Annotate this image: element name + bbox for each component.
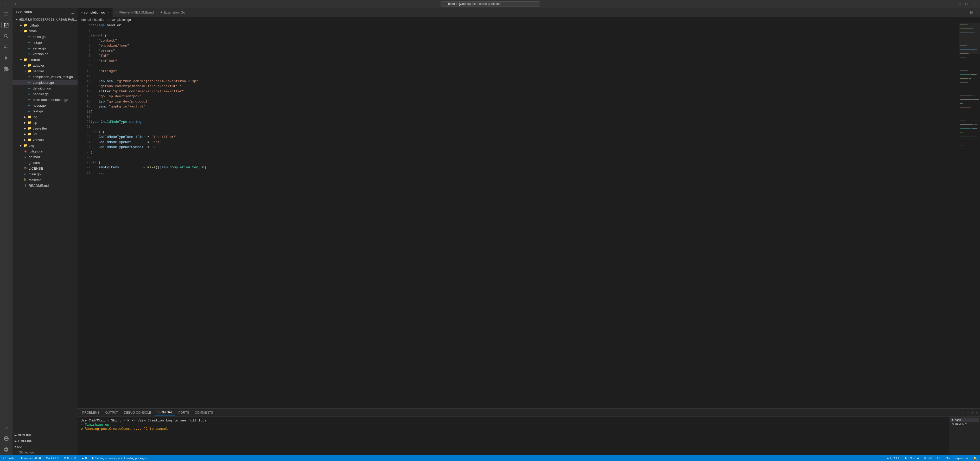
remote-activity-icon[interactable]: ○ (1, 423, 11, 433)
sidebar-item-definition-go[interactable]: ▶ ∞ definition.go (13, 85, 78, 91)
sidebar-item-lint-go[interactable]: ▶ ∞ lint.go (13, 40, 78, 45)
tab-right-controls[interactable]: ⊟ ··· (968, 10, 980, 15)
sidebar-item-github[interactable]: ▶ 📁 .github (13, 22, 78, 28)
sidebar-item-adapter[interactable]: ▶ 📁 adapter (13, 62, 78, 68)
status-language[interactable]: Go (945, 455, 951, 461)
bc-handler[interactable]: handler (94, 18, 104, 22)
code-line-content[interactable]: "reflect" (91, 59, 959, 64)
sidebar-content[interactable]: ▾ HELM-LS [CODESPACES: URBAN PANCAKE] ▶ … (13, 17, 78, 432)
code-line-content[interactable]: type ChildNodeType string (91, 119, 959, 125)
code-line-content[interactable]: "fmt" (91, 53, 959, 59)
code-line-content[interactable]: yaml "gopkg.in/yaml.v2" (91, 104, 959, 109)
code-line-content[interactable]: import ( (91, 33, 959, 38)
code-line-content[interactable]: const ( (91, 130, 959, 135)
status-layout[interactable]: Layout: us (954, 455, 969, 461)
tab-close-button[interactable]: × (107, 11, 109, 14)
status-go-version[interactable]: Go 1.21.0 (45, 455, 60, 461)
code-line-content[interactable] (91, 74, 959, 79)
title-search-input[interactable] (441, 1, 539, 6)
status-remote[interactable]: ⇄ master (2, 455, 17, 461)
explorer-activity-icon[interactable] (1, 20, 11, 30)
code-editor[interactable]: 1package handler2 3import (4 "context"5 … (78, 23, 959, 409)
code-line-content[interactable]: "go.lsp.dev/jsonrpc2" (91, 94, 959, 99)
layout-toggle-icon[interactable]: ⊞ (956, 1, 962, 6)
status-remote-count[interactable]: ☁ 0 (80, 455, 88, 461)
terminal-content[interactable]: Use Cmd/Ctrl + Shift + P -> View Creatio… (78, 416, 949, 455)
code-line-content[interactable]: ChildNodeTypeDot = "dot" (91, 140, 959, 145)
search-activity-icon[interactable] (1, 31, 11, 41)
tab-extension-go[interactable]: ⊕ Extension: Go (157, 8, 189, 17)
sidebar-item-hover-go[interactable]: ▶ ∞ hover.go (13, 102, 78, 108)
sidebar-more-button[interactable]: ... (70, 10, 75, 14)
sidebar-item-internal[interactable]: ▾ 📁 internal (13, 57, 78, 62)
account-activity-icon[interactable] (1, 433, 11, 444)
status-tab-size[interactable]: Tab Size: 4 (904, 455, 920, 461)
sidebar-item-lsp[interactable]: ▶ 📁 lsp (13, 120, 78, 126)
sidebar-item-gitignore[interactable]: ▶ ◈ .gitignore (13, 148, 78, 154)
code-line-content[interactable] (91, 124, 959, 130)
sidebar-item-pkg[interactable]: ▶ 📁 pkg (13, 143, 78, 148)
code-line-content[interactable] (91, 64, 959, 69)
settings-activity-icon[interactable] (1, 444, 11, 455)
run-debug-activity-icon[interactable] (1, 53, 11, 63)
sidebar-item-log[interactable]: ▶ 📁 log (13, 114, 78, 120)
code-line-content[interactable] (91, 28, 959, 33)
menu-activity-icon[interactable]: ☰ (1, 9, 11, 19)
split-editor-icon[interactable]: ⊟ (964, 1, 970, 6)
code-line-content[interactable]: ChildNodeTypeDotSymbol = "." (91, 145, 959, 150)
sidebar-item-cmds[interactable]: ▾ 📁 cmds (13, 28, 78, 34)
extensions-activity-icon[interactable] (1, 64, 11, 74)
code-line-content[interactable]: var ( (91, 160, 959, 165)
sidebar-item-tree-sitter[interactable]: ▶ 📁 tree-sitter (13, 126, 78, 131)
panel-tab-debug[interactable]: DEBUG CONSOLE (121, 410, 154, 415)
code-line-content[interactable]: "github.com/mrjosh/helm-ls/pkg/chartutil… (91, 84, 959, 89)
sidebar-item-go-sum[interactable]: ▶ ≡ go.sum (13, 160, 78, 165)
sidebar-item-completion-values-test[interactable]: ▶ ∞ completion_values_test.go (13, 74, 78, 79)
sidebar-item-makefile[interactable]: ▶ M Makefile (13, 177, 78, 183)
go-section-header[interactable]: ▾ GO (13, 444, 78, 450)
status-encoding[interactable]: UTF-8 (923, 455, 933, 461)
maximize-panel-button[interactable]: ∧ (971, 410, 974, 415)
sidebar-item-go-mod[interactable]: ▶ ≡ go.mod (13, 154, 78, 160)
code-line-content[interactable] (91, 114, 959, 119)
add-terminal-button[interactable]: + (962, 410, 964, 415)
code-line-content[interactable]: emptyItems = make([]lsp.CompletionItem, … (91, 165, 959, 170)
nav-forward-button[interactable]: → (11, 1, 18, 7)
more-icon[interactable]: ··· (971, 1, 977, 6)
tab-completion-go[interactable]: ∞ completion.go × (78, 8, 113, 17)
close-panel-button[interactable]: × (976, 410, 978, 415)
sidebar-item-completion-go[interactable]: ▶ ∞ completion.go (13, 79, 78, 85)
sidebar-item-main-go[interactable]: ▶ ∞ main.go (13, 171, 78, 177)
code-line-content[interactable]: ) (91, 150, 959, 155)
more-tab-options-icon[interactable]: ··· (975, 10, 978, 14)
bc-internal[interactable]: internal (81, 18, 91, 22)
code-line-content[interactable]: sitter "github.com/smacker/go-tree-sitte… (91, 89, 959, 94)
code-line-content[interactable]: "strings" (91, 69, 959, 74)
outline-section-header[interactable]: ▶ OUTLINE (13, 432, 78, 438)
nav-back-button[interactable]: ← (3, 1, 10, 7)
status-ln-col[interactable]: Ln 1, Col 1 (885, 455, 900, 461)
sidebar-item-version-folder[interactable]: ▶ 📁 version (13, 137, 78, 143)
panel-tab-output[interactable]: OUTPUT (103, 410, 121, 415)
more-terminal-options[interactable]: ··· (966, 410, 969, 415)
sidebar-item-readme[interactable]: ▶ ℹ README.md (13, 183, 78, 188)
sidebar-item-handler-go[interactable]: ▶ ∞ handler.go (13, 91, 78, 97)
code-line-content[interactable]: package handler (91, 23, 959, 28)
panel-tab-problems[interactable]: PROBLEMS (80, 410, 102, 415)
split-editor-right-icon[interactable]: ⊟ (970, 10, 973, 15)
root-folder[interactable]: ▾ HELM-LS [CODESPACES: URBAN PANCAKE] (13, 17, 78, 22)
status-notifications[interactable]: 🔔 (972, 455, 978, 461)
status-errors[interactable]: ⊗ 0 ⚠ 0 (63, 455, 77, 461)
code-line-content[interactable] (91, 155, 959, 160)
terminal-instance-github[interactable]: ⊕ GitHub C... (950, 422, 979, 426)
code-line-content[interactable]: lsplocal "github.com/mrjosh/helm-ls/inte… (91, 79, 959, 84)
code-line-content[interactable]: "errors" (91, 48, 959, 54)
source-control-activity-icon[interactable] (1, 42, 11, 52)
sidebar-item-handler[interactable]: ▾ 📁 handler (13, 68, 78, 74)
status-eol[interactable]: LF (936, 455, 942, 461)
tab-preview-readme[interactable]: ≡ [Preview] README.md (113, 8, 157, 17)
bc-filename[interactable]: completion.go (111, 18, 131, 22)
sidebar-item-util[interactable]: ▶ 📁 util (13, 131, 78, 137)
code-line-content[interactable]: ChildNodeTypeIdentifier = "identifier" (91, 135, 959, 140)
sidebar-item-version-go[interactable]: ▶ ∞ version.go (13, 51, 78, 57)
